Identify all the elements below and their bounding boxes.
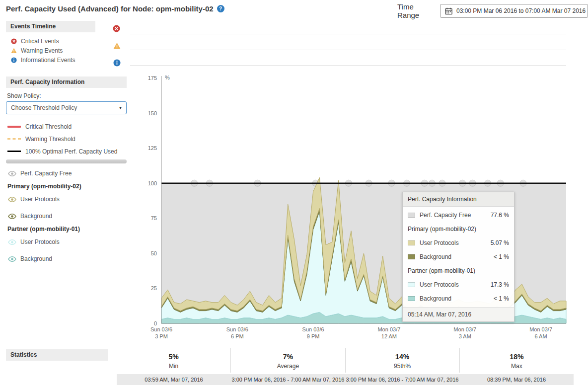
scrollbar-thumb[interactable] <box>6 159 127 163</box>
tooltip-value: 77.6 % <box>491 212 509 219</box>
policy-select-value: Choose Threshold Policy <box>11 104 77 111</box>
time-range-value: 03:00 PM Mar 06 2016 to 07:00 AM Mar 07 … <box>456 7 586 14</box>
eye-icon <box>7 239 17 245</box>
info-events-track-icon <box>113 59 121 67</box>
tooltip-body: Perf. Capacity Free 77.6 % Primary (opm-… <box>403 207 514 307</box>
svg-text:3 AM: 3 AM <box>459 333 471 339</box>
tooltip-label: Background <box>420 295 451 302</box>
eye-icon <box>7 213 17 220</box>
legend-scrollbar[interactable] <box>6 159 127 163</box>
sidebar: Events Timeline Critical Events Warning … <box>6 21 127 267</box>
partner-user-swatch <box>408 282 415 287</box>
svg-text:Sun 03/6: Sun 03/6 <box>226 326 248 332</box>
svg-text:125: 125 <box>148 145 157 151</box>
svg-text:Sun 03/6: Sun 03/6 <box>302 326 324 332</box>
svg-text:Mon 03/7: Mon 03/7 <box>453 326 476 332</box>
legend-label: Warning Threshold <box>25 136 75 143</box>
legend-label: Warning Events <box>21 47 63 54</box>
svg-text:%: % <box>165 75 170 80</box>
eye-icon <box>7 256 17 262</box>
perf-capacity-info-header: Perf. Capacity Information <box>6 77 127 88</box>
series-toggle-label: User Protocols <box>20 196 60 203</box>
info-event-icon <box>11 57 17 63</box>
stat-95th-time: 3:00 PM Mar 06, 2016 - 7:00 AM Mar 07, 2… <box>345 377 459 383</box>
page-header: Perf. Capacity Used (Advanced) for Node:… <box>6 4 224 13</box>
statistics-values-row: 5% Min 7% Average 14% 95th% 18% Max <box>117 348 574 373</box>
tooltip-row-partner-background: Background < 1 % <box>403 292 514 306</box>
stat-label: Max <box>460 363 574 370</box>
tooltip-group-partner: Partner (opm-mobility-01) <box>403 264 514 278</box>
tooltip-value: 17.3 % <box>491 281 509 288</box>
series-toggle-perf-capacity-free[interactable]: Perf. Capacity Free <box>6 168 127 178</box>
svg-text:3 PM: 3 PM <box>155 333 168 339</box>
optimal-line-swatch <box>7 151 21 152</box>
series-toggle-primary-user-protocols[interactable]: User Protocols <box>6 194 127 204</box>
tooltip-label: User Protocols <box>420 281 459 288</box>
stat-value: 14% <box>346 353 459 361</box>
eye-icon <box>7 170 17 177</box>
help-icon[interactable] <box>217 5 224 12</box>
svg-text:0: 0 <box>154 320 157 326</box>
legend-label: Informational Events <box>21 57 75 64</box>
series-toggle-primary-background[interactable]: Background <box>6 211 127 221</box>
stat-label: Average <box>231 363 345 370</box>
time-range-section: Time Range 03:00 PM Mar 06 2016 to 07:00… <box>397 2 588 19</box>
svg-text:50: 50 <box>151 250 157 256</box>
eye-icon <box>7 196 17 203</box>
statistics-header: Statistics <box>6 349 108 361</box>
tooltip-label: Background <box>420 253 451 260</box>
tooltip-label: Perf. Capacity Free <box>420 212 471 219</box>
svg-text:6 PM: 6 PM <box>231 333 244 339</box>
stat-average-time: 3:00 PM Mar 06, 2016 - 7:00 AM Mar 07, 2… <box>231 377 345 383</box>
tooltip-value: < 1 % <box>494 253 509 260</box>
stat-label: 95th% <box>346 363 459 370</box>
threshold-legend: Critical Threshold Warning Threshold 100… <box>6 120 127 157</box>
show-policy-label: Show Policy: <box>6 92 127 100</box>
svg-text:9 PM: 9 PM <box>307 333 320 339</box>
stat-min-time: 03:59 AM, Mar 07, 2016 <box>117 377 231 383</box>
series-toggle-label: Background <box>20 255 52 262</box>
warning-events-track <box>130 50 566 50</box>
time-range-picker[interactable]: 03:00 PM Mar 06 2016 to 07:00 AM Mar 07 … <box>440 4 588 18</box>
legend-informational-events: Informational Events <box>6 55 127 65</box>
statistics-table: 5% Min 7% Average 14% 95th% 18% Max 03:5… <box>117 348 574 385</box>
svg-text:175: 175 <box>148 75 157 81</box>
legend-critical-threshold: Critical Threshold <box>6 120 127 133</box>
tooltip-timestamp: 05:14 AM, Mar 07, 2016 <box>403 307 514 321</box>
svg-text:75: 75 <box>151 215 157 221</box>
tooltip-title: Perf. Capacity Information <box>403 192 514 207</box>
tooltip-label: User Protocols <box>420 239 459 246</box>
chevron-down-icon <box>119 105 122 110</box>
series-toggle-partner-user-protocols[interactable]: User Protocols <box>6 237 127 247</box>
stat-label: Min <box>117 363 230 370</box>
svg-text:150: 150 <box>148 110 157 116</box>
tooltip-value: 5.07 % <box>491 239 509 246</box>
tooltip-value: < 1 % <box>494 295 509 302</box>
primary-user-swatch <box>408 240 415 245</box>
threshold-policy-select[interactable]: Choose Threshold Policy <box>6 101 127 114</box>
critical-event-icon <box>11 38 17 44</box>
series-toggle-partner-background[interactable]: Background <box>6 254 127 264</box>
app-root: Perf. Capacity Used (Advanced) for Node:… <box>0 0 588 391</box>
legend-label: 100% Optimal Perf. Capacity Used <box>25 148 117 155</box>
page-title: Perf. Capacity Used (Advanced) for Node:… <box>6 4 214 13</box>
stat-min: 5% Min <box>117 348 230 373</box>
stat-value: 7% <box>231 353 345 361</box>
series-toggle-label: Perf. Capacity Free <box>20 170 72 177</box>
svg-text:Mon 03/7: Mon 03/7 <box>377 326 400 332</box>
warning-threshold-line <box>7 138 21 140</box>
legend-label: Critical Events <box>21 38 59 45</box>
critical-threshold-line <box>7 126 21 128</box>
stat-value: 18% <box>460 353 574 361</box>
primary-background-swatch <box>408 254 415 259</box>
legend-warning-events: Warning Events <box>6 46 127 55</box>
statistics-times-row: 03:59 AM, Mar 07, 2016 3:00 PM Mar 06, 2… <box>117 374 574 385</box>
warning-events-track-icon <box>113 42 121 50</box>
tooltip-row-primary-background: Background < 1 % <box>403 250 514 264</box>
series-toggle-label: User Protocols <box>20 238 60 245</box>
tooltip-group-primary: Primary (opm-mobility-02) <box>403 222 514 236</box>
legend-optimal-line: 100% Optimal Perf. Capacity Used <box>6 145 127 157</box>
svg-text:12 AM: 12 AM <box>381 333 397 339</box>
svg-text:100: 100 <box>148 180 157 186</box>
free-swatch <box>408 213 415 218</box>
